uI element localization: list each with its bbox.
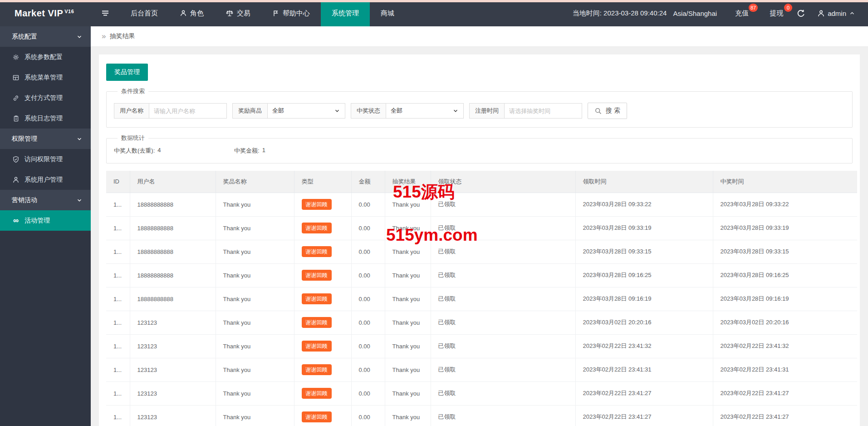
cell-username: 123123 [130, 381, 216, 405]
sidebar-item-system-params[interactable]: 系统参数配置 [0, 47, 91, 67]
recharge-button[interactable]: 充值 87 [729, 9, 755, 18]
search-fieldset: 条件搜索 用户名称奖励商品全部中奖状态全部注册时间搜 索 [106, 87, 853, 128]
withdraw-count-badge: 0 [784, 4, 792, 12]
type-badge: 谢谢回顾 [302, 293, 332, 304]
nav-item-label: 系统管理 [332, 9, 359, 18]
brand-logo[interactable]: Market VIPV16 [0, 0, 91, 26]
table-row: 1...123123Thank you谢谢回顾0.00Thank you已领取2… [106, 334, 857, 358]
nav-item-label: 帮助中心 [283, 9, 310, 18]
sidebar-label: 访问权限管理 [25, 155, 63, 163]
withdraw-label: 提现 [770, 9, 783, 17]
cell-id: 1... [106, 287, 130, 311]
refresh-button[interactable] [790, 9, 813, 18]
cell-result: Thank you [385, 334, 431, 358]
cell-type: 谢谢回顾 [294, 311, 351, 334]
infinity-icon: ∞ [12, 217, 20, 224]
column-header: 抽奖结果 [385, 171, 431, 193]
cell-get-time: 2023年02月22日 23:41:27 [575, 405, 713, 426]
table-row: 1...18888888888Thank you谢谢回顾0.00Thank yo… [106, 287, 857, 311]
sidebar-group-marketing-activity[interactable]: 营销活动 [0, 190, 91, 210]
sidebar-item-activity-manage[interactable]: ∞活动管理 [0, 210, 91, 231]
win-status-select[interactable]: 全部 [386, 103, 464, 119]
column-header: 金额 [351, 171, 385, 193]
local-time: 当地时间: 2023-03-28 09:40:24 [573, 9, 667, 18]
cell-amount: 0.00 [351, 381, 385, 405]
table-row: 1...123123Thank you谢谢回顾0.00Thank you已领取2… [106, 311, 857, 334]
nav-item-mall[interactable]: 商城 [370, 0, 405, 26]
filter-group-username: 用户名称 [114, 103, 227, 119]
column-header: 奖品名称 [216, 171, 294, 193]
search-button[interactable]: 搜 索 [588, 103, 627, 119]
cell-id: 1... [106, 193, 130, 216]
stat-winners-label: 中奖人数(去重): [114, 147, 155, 155]
cell-amount: 0.00 [351, 334, 385, 358]
sidebar-group-permission-manage[interactable]: 权限管理 [0, 129, 91, 149]
cell-win-time: 2023年02月22日 23:41:32 [713, 334, 857, 358]
cell-win-time: 2023年03月02日 20:20:16 [713, 311, 857, 334]
recharge-label: 充值 [735, 9, 749, 17]
user-menu[interactable]: admin [813, 10, 860, 17]
nav-item-label: 商城 [381, 9, 394, 18]
cell-status: 已领取 [431, 287, 575, 311]
cell-result: Thank you [385, 311, 431, 334]
cell-prize: Thank you [216, 287, 294, 311]
nav-item-trade[interactable]: 交易 [215, 0, 261, 26]
reward-product-select[interactable]: 全部 [267, 103, 345, 119]
sidebar-toggle-button[interactable] [91, 0, 120, 26]
table-header-row: ID用户名奖品名称类型金额抽奖结果领取状态领取时间中奖时间 [106, 171, 857, 193]
cell-result: Thank you [385, 287, 431, 311]
cell-id: 1... [106, 334, 130, 358]
cell-username: 123123 [130, 334, 216, 358]
nav-item-home[interactable]: 后台首页 [120, 0, 169, 26]
sidebar-item-system-users[interactable]: 系统用户管理 [0, 169, 91, 190]
username-input[interactable] [149, 103, 227, 119]
column-header: 中奖时间 [713, 171, 857, 193]
cell-type: 谢谢回顾 [294, 287, 351, 311]
register-time-input[interactable] [504, 103, 582, 119]
cell-status: 已领取 [431, 193, 575, 216]
cell-result: Thank you [385, 240, 431, 263]
cell-prize: Thank you [216, 358, 294, 381]
nav-item-roles[interactable]: 角色 [169, 0, 215, 26]
cell-status: 已领取 [431, 405, 575, 426]
sidebar-item-system-logs[interactable]: 系统日志管理 [0, 108, 91, 129]
content-card: 奖品管理 条件搜索 用户名称奖励商品全部中奖状态全部注册时间搜 索 数据统计 中… [99, 54, 860, 426]
cell-get-time: 2023年03月28日 09:33:22 [575, 193, 713, 216]
cell-status: 已领取 [431, 381, 575, 405]
cell-status: 已领取 [431, 334, 575, 358]
chevron-down-icon [76, 34, 83, 40]
cell-username: 18888888888 [130, 193, 216, 216]
breadcrumb-chevrons-icon: » [102, 32, 106, 41]
prize-manage-button[interactable]: 奖品管理 [106, 64, 148, 81]
sidebar-label: 活动管理 [25, 217, 50, 225]
sidebar-item-payment-methods[interactable]: 支付方式管理 [0, 88, 91, 108]
cell-win-time: 2023年03月28日 09:33:15 [713, 240, 857, 263]
nav-item-help-center[interactable]: 帮助中心 [261, 0, 321, 26]
type-badge: 谢谢回顾 [302, 317, 332, 328]
select-value: 全部 [391, 107, 402, 115]
withdraw-button[interactable]: 提现 0 [763, 9, 790, 18]
cell-result: Thank you [385, 193, 431, 216]
cell-id: 1... [106, 381, 130, 405]
cell-amount: 0.00 [351, 311, 385, 334]
main-nav: 后台首页角色交易帮助中心系统管理商城 [120, 0, 405, 26]
layout-icon [12, 74, 20, 81]
sidebar-label: 系统菜单管理 [25, 74, 63, 82]
cell-win-time: 2023年02月22日 23:41:27 [713, 381, 857, 405]
stats-fieldset: 数据统计 中奖人数(去重): 4 中奖金额: 1 [106, 134, 853, 163]
user-icon [12, 176, 20, 183]
sidebar-item-access-permission[interactable]: 访问权限管理 [0, 149, 91, 169]
search-legend: 条件搜索 [118, 87, 148, 95]
breadcrumb: » 抽奖结果 [91, 26, 868, 47]
cell-status: 已领取 [431, 358, 575, 381]
person-icon [180, 10, 187, 17]
filter-group-register-time: 注册时间 [469, 103, 582, 119]
cell-get-time: 2023年02月22日 23:41:31 [575, 358, 713, 381]
sidebar-item-system-menu[interactable]: 系统菜单管理 [0, 67, 91, 88]
sidebar-group-system-config[interactable]: 系统配置 [0, 26, 91, 47]
cell-prize: Thank you [216, 193, 294, 216]
nav-item-system-manage[interactable]: 系统管理 [321, 0, 370, 26]
cell-amount: 0.00 [351, 193, 385, 216]
stats-row: 中奖人数(去重): 4 中奖金额: 1 [114, 147, 845, 155]
type-badge: 谢谢回顾 [302, 364, 332, 375]
